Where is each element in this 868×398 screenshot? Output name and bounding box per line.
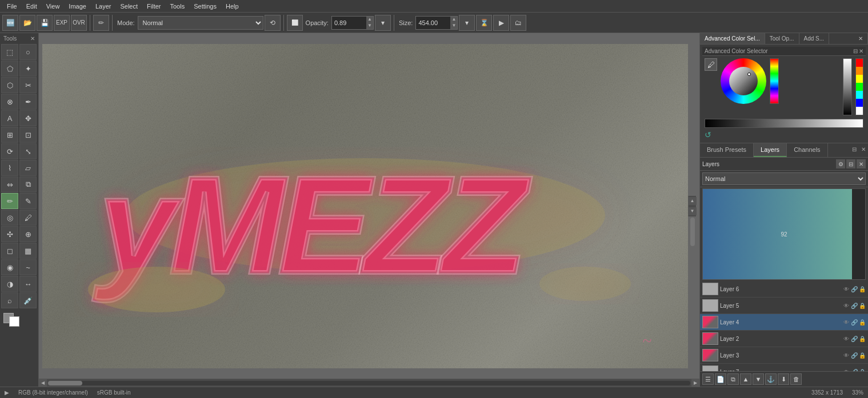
layers-up[interactable]: ▲ xyxy=(740,373,751,385)
mode-select[interactable]: Normal xyxy=(138,16,263,30)
layers-down[interactable]: ▼ xyxy=(753,373,764,385)
layer-item-5[interactable]: Layer 5 👁 🔗 🔒 xyxy=(700,298,868,314)
tool-scale[interactable]: ⤡ xyxy=(19,143,37,159)
toolbox-close[interactable]: ✕ xyxy=(30,35,35,42)
export-button[interactable]: EXP xyxy=(54,15,70,31)
hscroll-thumb[interactable] xyxy=(48,381,82,385)
tab-layers[interactable]: Layers xyxy=(754,143,787,157)
menu-settings[interactable]: Settings xyxy=(189,2,221,11)
tool-flip[interactable]: ⇔ xyxy=(1,176,18,192)
new-button[interactable]: 🆕 xyxy=(2,15,18,31)
tool-zoom[interactable]: ⌕ xyxy=(1,292,18,308)
menu-help[interactable]: Help xyxy=(221,2,243,11)
layer-4-link[interactable]: 🔗 xyxy=(851,319,858,325)
layers-config-btn[interactable]: ⚙ xyxy=(836,159,845,168)
color-value-bar[interactable] xyxy=(705,119,863,128)
tab-brush-presets[interactable]: Brush Presets xyxy=(700,143,754,157)
layer-item-6[interactable]: Layer 6 👁 🔗 🔒 xyxy=(700,281,868,298)
color-wheel[interactable] xyxy=(721,58,766,104)
tool-align[interactable]: ⊞ xyxy=(1,127,18,143)
layers-panel-dock[interactable]: ⊟ xyxy=(850,143,859,157)
opacity-dropdown[interactable]: ▾ xyxy=(375,15,391,31)
layer-item-4[interactable]: Layer 4 👁 🔗 🔒 xyxy=(700,314,868,331)
opacity-input[interactable]: 0.89 xyxy=(332,17,366,29)
menu-filter[interactable]: Filter xyxy=(142,2,165,11)
color-selector-dock[interactable]: ⊟ xyxy=(853,48,858,54)
tool-paths[interactable]: ✒ xyxy=(19,94,37,110)
color-extra-strip[interactable] xyxy=(855,58,863,115)
layers-opacity-bar-wrap[interactable]: 92 xyxy=(702,188,866,280)
layer-2-link[interactable]: 🔗 xyxy=(851,335,858,342)
layers-dock-btn[interactable]: ⊟ xyxy=(846,159,855,168)
opacity-up[interactable]: ▲ xyxy=(366,17,373,23)
layer-3-lock[interactable]: 🔒 xyxy=(859,352,866,359)
layers-bottom-menu[interactable]: ☰ xyxy=(702,373,714,385)
mode-reset-button[interactable]: ⟲ xyxy=(265,15,281,31)
tool-measure[interactable]: ↔ xyxy=(19,276,37,292)
tool-perspective[interactable]: ▱ xyxy=(19,160,37,176)
tool-paint-brush[interactable]: ✏ xyxy=(1,193,18,209)
tool-free-select[interactable]: ⬠ xyxy=(1,61,18,77)
tool-dodge[interactable]: ◑ xyxy=(1,276,18,292)
save-button[interactable]: 💾 xyxy=(37,15,53,31)
layers-mode-select[interactable]: Normal xyxy=(702,172,866,185)
tool-rotate[interactable]: ⟳ xyxy=(1,143,18,159)
lightness-strip[interactable] xyxy=(843,58,852,115)
layer-2-lock[interactable]: 🔒 xyxy=(859,335,866,342)
color-swatch-pair[interactable] xyxy=(3,313,19,327)
menu-image[interactable]: Image xyxy=(64,2,91,11)
vertical-scrollbar[interactable]: ▲ ▼ xyxy=(688,196,696,216)
tool-fuzzy-select[interactable]: ✦ xyxy=(19,61,37,77)
tool-move[interactable]: ✥ xyxy=(19,110,37,126)
layer-4-visibility[interactable]: 👁 xyxy=(843,319,850,325)
menu-edit[interactable]: Edit xyxy=(22,2,42,11)
layer-4-lock[interactable]: 🔒 xyxy=(859,319,866,325)
tool-rect-select[interactable]: ⬚ xyxy=(1,44,18,60)
layer-5-visibility[interactable]: 👁 xyxy=(843,302,850,309)
tool-fill[interactable]: ▦ xyxy=(19,243,37,259)
menu-tools[interactable]: Tools xyxy=(166,2,190,11)
tool-airbrush[interactable]: ◎ xyxy=(1,210,18,226)
layer-6-link[interactable]: 🔗 xyxy=(851,286,858,292)
brush-tool-button[interactable]: ✏ xyxy=(93,15,109,31)
background-color-swatch[interactable] xyxy=(9,316,19,327)
opacity-down[interactable]: ▼ xyxy=(366,23,373,29)
tool-eraser[interactable]: ◻ xyxy=(1,243,18,259)
size-dropdown[interactable]: ▾ xyxy=(459,15,475,31)
tool-crop[interactable]: ⊡ xyxy=(19,127,37,143)
tool-blur[interactable]: ◉ xyxy=(1,259,18,275)
color-picker-tool-icon[interactable]: 🖊 xyxy=(705,58,717,71)
layer-2-visibility[interactable]: 👁 xyxy=(843,335,850,342)
tool-ink[interactable]: 🖊 xyxy=(19,210,37,226)
menu-file[interactable]: File xyxy=(2,2,22,11)
layer-6-lock[interactable]: 🔒 xyxy=(859,286,866,292)
tool-clone[interactable]: ✣ xyxy=(1,226,18,242)
vscroll-thumb[interactable] xyxy=(690,218,695,246)
menu-select[interactable]: Select xyxy=(115,2,142,11)
tab-advanced-color[interactable]: Advanced Color Sel... xyxy=(700,33,765,44)
hscroll-left[interactable]: ◀ xyxy=(39,379,47,387)
layer-item-3[interactable]: Layer 3 👁 🔗 🔒 xyxy=(700,347,868,364)
vscroll-down[interactable]: ▼ xyxy=(689,207,697,215)
tab-add-something[interactable]: Add S... xyxy=(799,33,830,44)
layers-close-btn[interactable]: ✕ xyxy=(857,159,866,168)
layer-item-7[interactable]: Layer 7 👁 🔗 🔒 xyxy=(700,364,868,371)
overwrite-button[interactable]: OVR xyxy=(71,15,87,31)
layer-3-link[interactable]: 🔗 xyxy=(851,352,858,359)
tab-tool-options[interactable]: Tool Op... xyxy=(765,33,799,44)
size-input[interactable]: 454.00 xyxy=(416,17,450,29)
tool-heal[interactable]: ⊕ xyxy=(19,226,37,242)
vscroll-up[interactable]: ▲ xyxy=(689,197,697,205)
tool-text[interactable]: A xyxy=(1,110,18,126)
layers-delete[interactable]: 🗑 xyxy=(790,373,802,385)
layers-merge[interactable]: ⬇ xyxy=(778,373,789,385)
tool-presets-button[interactable]: 🗂 xyxy=(510,15,526,31)
tool-shear[interactable]: ⌇ xyxy=(1,160,18,176)
canvas-image[interactable]: yMEZZ yMEZZ yMEZZ ~ xyxy=(42,44,688,368)
dynamics-button[interactable]: ⌛ xyxy=(476,15,492,31)
size-up[interactable]: ▲ xyxy=(450,17,457,23)
layer-3-visibility[interactable]: 👁 xyxy=(843,352,850,359)
tool-ellipse-select[interactable]: ○ xyxy=(19,44,37,60)
layers-duplicate[interactable]: ⧉ xyxy=(727,373,739,385)
menu-view[interactable]: View xyxy=(42,2,65,11)
